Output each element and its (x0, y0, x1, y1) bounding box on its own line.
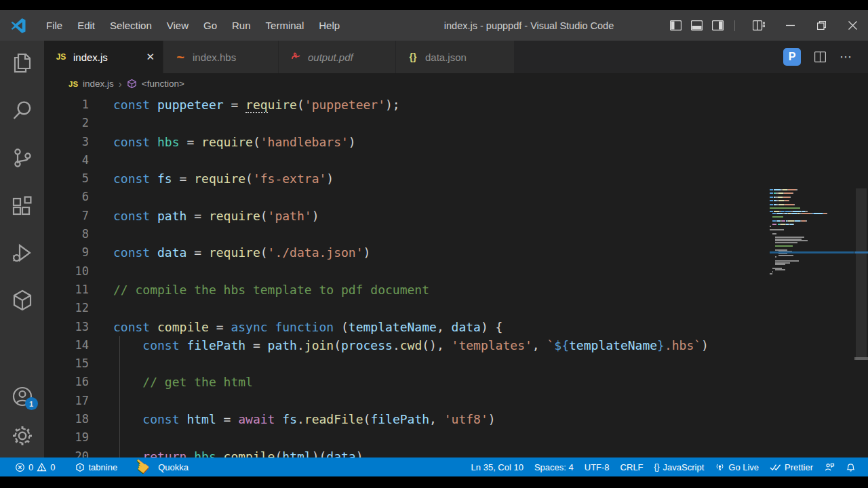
menu-help[interactable]: Help (311, 16, 347, 35)
vertical-scrollbar[interactable] (854, 188, 868, 458)
code-line[interactable]: 14 const filePath = path.join(process.cw… (44, 336, 868, 354)
source-control-icon[interactable] (12, 147, 33, 169)
tab-index-js[interactable]: JS index.js ✕ (44, 41, 163, 73)
minimap-current-line (770, 251, 854, 253)
breadcrumb-file[interactable]: index.js (83, 79, 114, 89)
more-actions-icon[interactable]: ⋯ (840, 49, 853, 64)
notifications-status[interactable] (840, 462, 861, 472)
minimap[interactable] (770, 189, 846, 274)
menu-go[interactable]: Go (196, 16, 224, 35)
symbol-namespace-icon (127, 79, 137, 89)
feedback-status[interactable] (818, 462, 840, 472)
tab-data-json[interactable]: {} data.json (396, 41, 515, 73)
code-line[interactable]: 15 (44, 354, 868, 373)
title-bar: File Edit Selection View Go Run Terminal… (0, 10, 868, 41)
line-number: 1 (44, 96, 89, 114)
scrollbar-slider-edge (854, 357, 868, 360)
language-label: JavaScript (663, 462, 705, 472)
indentation-label: Spaces: 4 (534, 462, 574, 472)
tab-output-pdf[interactable]: output.pdf (279, 41, 396, 73)
run-debug-icon[interactable] (12, 242, 33, 264)
prettier-format-icon[interactable]: P (783, 48, 801, 66)
tab-index-hbs[interactable]: ~ index.hbs (163, 41, 279, 73)
code-line[interactable]: 10 (44, 262, 868, 281)
code-line[interactable]: 11// compile the hbs template to pdf doc… (44, 281, 868, 299)
code-line[interactable]: 17 (44, 392, 868, 410)
toggle-sidebar-icon[interactable] (670, 20, 682, 30)
menu-view[interactable]: View (159, 16, 196, 35)
code-line[interactable]: 3const hbs = require('handlebars') (44, 133, 868, 151)
code-line[interactable]: 8 (44, 225, 868, 243)
line-number: 11 (44, 281, 89, 299)
close-window-button[interactable] (837, 10, 868, 41)
tab-label: output.pdf (308, 52, 353, 63)
line-number: 14 (44, 336, 89, 354)
code-line[interactable]: 20 return hbs.compile(html)(data) (44, 447, 868, 458)
line-number: 6 (44, 188, 89, 206)
scrollbar-slider[interactable] (856, 188, 867, 360)
titlebar-divider (734, 20, 735, 31)
tabnine-status[interactable]: tabnine (70, 462, 123, 472)
code-line[interactable]: 12 (44, 299, 868, 317)
code-line[interactable]: 9const data = require('./data.json') (44, 243, 868, 262)
code-line[interactable]: 16 // get the html (44, 373, 868, 391)
split-editor-icon[interactable] (814, 52, 826, 62)
line-number: 8 (44, 225, 89, 243)
code-line[interactable]: 19 (44, 428, 868, 447)
code-line[interactable]: 13const compile = async function (templa… (44, 318, 868, 336)
code-line[interactable]: 5const fs = require('fs-extra') (44, 169, 868, 188)
code-editor[interactable]: 1const puppeteer = require('puppeteer');… (44, 94, 868, 458)
minimize-button[interactable] (774, 10, 806, 41)
prettier-label: Prettier (785, 462, 813, 472)
language-mode-status[interactable]: {} JavaScript (649, 462, 710, 472)
explorer-icon[interactable] (12, 52, 33, 74)
indent-guide (119, 373, 120, 391)
encoding-status[interactable]: UTF-8 (579, 462, 615, 472)
eol-status[interactable]: CRLF (615, 462, 649, 472)
go-live-status[interactable]: Go Live (709, 462, 764, 472)
braces-icon: {} (654, 462, 660, 472)
account-icon[interactable]: 1 (12, 386, 33, 407)
package-hexagon-icon[interactable] (12, 289, 33, 311)
breadcrumb-symbol[interactable]: <function> (142, 79, 184, 89)
line-number: 17 (44, 392, 89, 410)
vscode-logo-icon (10, 18, 26, 34)
cursor-position[interactable]: Ln 35, Col 10 (466, 462, 529, 472)
line-number: 12 (44, 299, 89, 317)
menu-terminal[interactable]: Terminal (258, 16, 312, 35)
handlebars-file-icon: ~ (173, 54, 188, 60)
restore-button[interactable] (806, 10, 837, 41)
settings-gear-icon[interactable] (12, 425, 33, 447)
toggle-panel-icon[interactable] (691, 20, 703, 30)
menu-selection[interactable]: Selection (102, 16, 159, 35)
menu-edit[interactable]: Edit (70, 16, 102, 35)
letterbox-top (0, 0, 868, 10)
customize-layout-icon[interactable] (753, 20, 765, 30)
extensions-icon[interactable] (12, 195, 33, 216)
close-tab-icon[interactable]: ✕ (134, 51, 155, 63)
code-line[interactable]: 2 (44, 114, 868, 132)
search-icon[interactable] (12, 100, 33, 121)
quokka-status[interactable]: Quokka (153, 462, 194, 472)
line-number: 20 (44, 447, 89, 458)
problems-status[interactable]: 0 0 (9, 462, 60, 472)
toggle-secondary-sidebar-icon[interactable] (712, 20, 724, 30)
code-line[interactable]: 6 (44, 188, 868, 206)
code-line[interactable]: 18 const html = await fs.readFile(filePa… (44, 410, 868, 428)
line-number: 5 (44, 169, 89, 188)
menu-file[interactable]: File (39, 16, 70, 35)
js-file-icon: JS (68, 80, 78, 88)
line-number: 15 (44, 354, 89, 373)
indent-guide (119, 336, 120, 354)
indentation-status[interactable]: Spaces: 4 (529, 462, 579, 472)
line-number: 10 (44, 262, 89, 281)
encoding-label: UTF-8 (585, 462, 610, 472)
code-line[interactable]: 1const puppeteer = require('puppeteer'); (44, 96, 868, 114)
warning-count: 0 (50, 462, 55, 472)
code-line[interactable]: 7const path = require('path') (44, 207, 868, 225)
code-line[interactable]: 4 (44, 151, 868, 169)
indent-guide (119, 428, 120, 447)
line-number: 16 (44, 373, 89, 391)
prettier-status[interactable]: Prettier (764, 462, 818, 472)
menu-run[interactable]: Run (224, 16, 258, 35)
